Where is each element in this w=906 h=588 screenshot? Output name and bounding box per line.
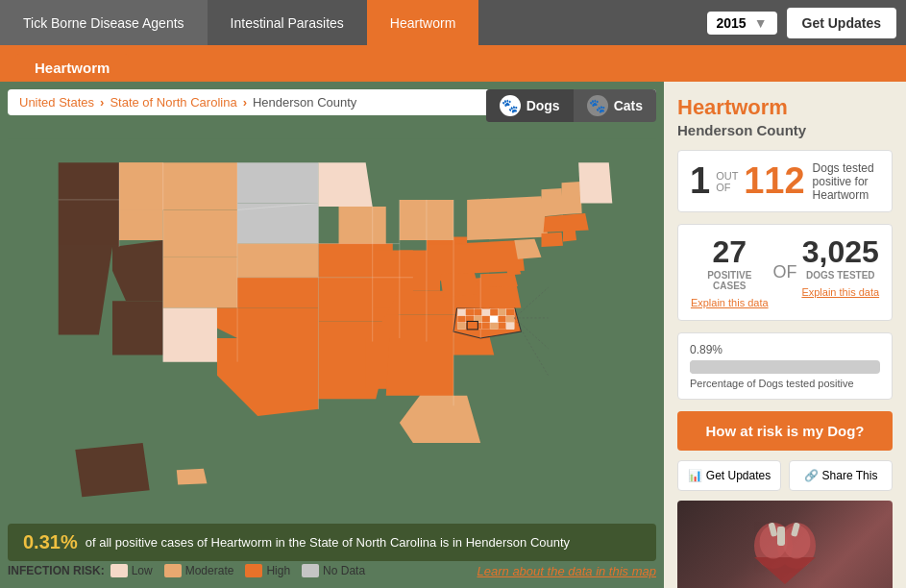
breadcrumb-sep-1: › [100, 95, 104, 110]
dog-icon: 🐾 [500, 95, 521, 116]
state-ak[interactable] [75, 443, 149, 497]
breadcrumb-us[interactable]: United States [19, 95, 94, 110]
cases-number: 27 [690, 234, 770, 270]
svg-rect-26 [482, 316, 490, 323]
progress-bar-bg [690, 360, 880, 374]
state-sd[interactable] [237, 203, 318, 243]
stat-main: 1 OUT OF 112 Dogs tested positive for He… [677, 150, 893, 212]
stat-of-divider: OF [773, 262, 797, 282]
state-me[interactable] [578, 162, 612, 203]
year-selector[interactable]: 2015 ▼ [707, 12, 777, 35]
legend-label: INFECTION RISK: [8, 564, 105, 577]
legend-swatch-high [245, 564, 262, 577]
state-vt[interactable] [541, 188, 563, 217]
panel-subtitle: Henderson County [677, 122, 893, 138]
progress-description: Percentage of Dogs tested positive [690, 378, 880, 389]
explain-tested-link[interactable]: Explain this data [801, 286, 879, 298]
state-ks[interactable] [237, 278, 318, 308]
svg-rect-16 [457, 309, 465, 316]
progress-section: 0.89% Percentage of Dogs tested positive [677, 332, 893, 400]
svg-rect-28 [498, 316, 505, 323]
svg-rect-22 [506, 309, 514, 316]
dropdown-arrow-icon: ▼ [754, 15, 768, 31]
state-ny[interactable] [467, 196, 548, 240]
stat-of-label: OUT OF [716, 170, 738, 193]
top-nav: Tick Borne Disease Agents Intestinal Par… [0, 0, 906, 45]
svg-rect-29 [506, 316, 514, 323]
heart-image [677, 501, 893, 588]
risk-button[interactable]: How at risk is my Dog? [677, 411, 893, 451]
svg-rect-34 [490, 323, 498, 330]
state-wa[interactable] [59, 162, 119, 200]
legend-item-high: High [245, 564, 290, 577]
legend-swatch-nodata [302, 564, 319, 577]
state-or[interactable] [59, 200, 119, 247]
tab-tick-borne[interactable]: Tick Borne Disease Agents [0, 0, 208, 45]
svg-rect-36 [506, 323, 514, 330]
state-hi[interactable] [177, 469, 208, 485]
svg-rect-37 [467, 321, 477, 329]
state-mn[interactable] [318, 162, 372, 207]
nc-counties [457, 309, 514, 330]
tab-intestinal[interactable]: Intestinal Parasites [208, 0, 367, 45]
svg-rect-17 [466, 309, 474, 316]
stat-row: 27 POSITIVE CASES Explain this data OF 3… [677, 224, 893, 321]
right-panel: Heartworm Henderson County 1 OUT OF 112 … [664, 82, 906, 588]
get-updates-button[interactable]: Get Updates [787, 8, 896, 38]
state-ok[interactable] [217, 307, 318, 338]
cats-tab[interactable]: 🐾 Cats [574, 89, 656, 122]
progress-percentage: 0.89% [690, 343, 880, 356]
state-nd[interactable] [237, 162, 318, 203]
dogs-tab[interactable]: 🐾 Dogs [486, 89, 574, 122]
stat-desc: Dogs tested positive for Heartworm [813, 161, 880, 202]
svg-rect-20 [490, 309, 498, 316]
svg-rect-18 [474, 309, 481, 316]
map-area: United States › State of North Carolina … [0, 82, 664, 588]
state-nh[interactable] [562, 182, 582, 214]
state-al[interactable] [386, 338, 424, 396]
svg-marker-44 [754, 557, 816, 584]
legend-item-low: Low [110, 564, 153, 577]
breadcrumb-state[interactable]: State of North Carolina [110, 95, 236, 110]
legend: INFECTION RISK: Low Moderate High No Dat… [8, 557, 656, 584]
share-icon: 🔗 [804, 469, 819, 482]
action-row: 📊 Get Updates 🔗 Share This [677, 460, 893, 491]
state-ct[interactable] [541, 233, 563, 247]
tested-label: DOGS TESTED [801, 270, 881, 281]
svg-rect-47 [777, 527, 785, 546]
tab-heartworm[interactable]: Heartworm [367, 0, 478, 45]
state-wv[interactable] [440, 271, 480, 298]
svg-rect-23 [457, 316, 465, 323]
svg-rect-30 [457, 323, 465, 330]
state-wy[interactable] [163, 209, 237, 257]
state-mt[interactable] [119, 162, 237, 209]
heartworm-sub-tab[interactable]: Heartworm [15, 54, 129, 82]
progress-bar-fill [690, 360, 699, 374]
heart-svg [747, 515, 823, 588]
legend-swatch-moderate [164, 564, 182, 577]
state-az[interactable] [112, 301, 163, 355]
animal-tabs: 🐾 Dogs 🐾 Cats [486, 89, 656, 122]
cat-icon: 🐾 [587, 95, 608, 116]
learn-data-link[interactable]: Learn about the data in this map [477, 564, 656, 578]
sub-header: Heartworm [0, 45, 906, 82]
stat-num1: 1 [690, 160, 710, 202]
state-pa[interactable] [453, 240, 525, 274]
state-ne[interactable] [237, 244, 318, 278]
svg-rect-19 [482, 309, 490, 316]
state-nm[interactable] [163, 307, 217, 361]
cases-label: POSITIVE CASES [690, 270, 770, 291]
legend-item-nodata: No Data [302, 564, 365, 577]
svg-rect-27 [490, 316, 498, 323]
share-button[interactable]: 🔗 Share This [789, 460, 893, 491]
dogs-tested-col: 3,025 DOGS TESTED Explain this data [801, 234, 881, 300]
bottom-percentage: 0.31% [23, 531, 78, 553]
map-container[interactable] [8, 130, 656, 540]
bottom-stat-bar: 0.31% of all positive cases of Heartworm… [8, 524, 656, 561]
get-updates-action-button[interactable]: 📊 Get Updates [677, 460, 781, 491]
panel-title: Heartworm [677, 95, 893, 120]
state-co[interactable] [163, 257, 237, 308]
positive-cases-col: 27 POSITIVE CASES Explain this data [690, 234, 770, 310]
updates-icon: 📊 [688, 469, 702, 482]
explain-cases-link[interactable]: Explain this data [691, 297, 769, 308]
